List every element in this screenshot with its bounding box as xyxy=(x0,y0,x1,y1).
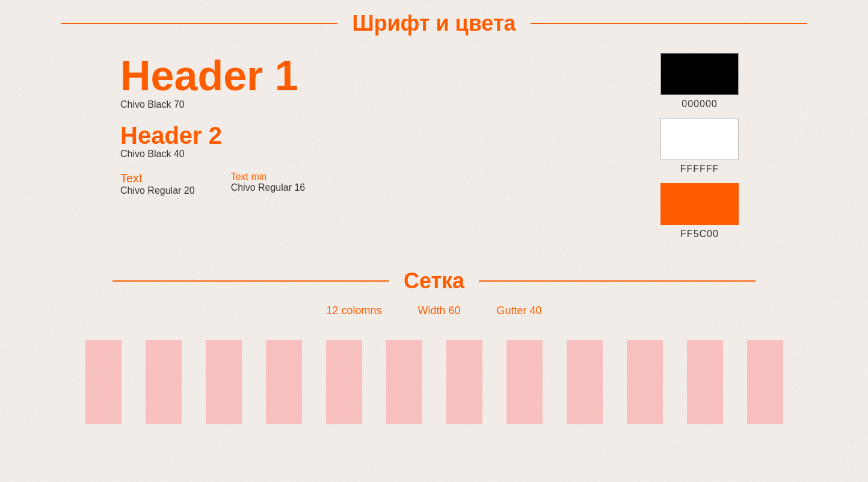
typography-column: Header 1 Chivo Black 70 Header 2 Chivo B… xyxy=(120,53,615,196)
grid-col-item xyxy=(627,340,663,424)
grid-header-line-right xyxy=(479,280,756,282)
header2-label: Chivo Black 40 xyxy=(120,149,615,159)
color-hex-white: FFFFFF xyxy=(680,164,719,175)
header2-text: Header 2 xyxy=(120,122,615,149)
grid-labels: 12 colomns Width 60 Gutter 40 xyxy=(120,304,748,317)
grid-col-item xyxy=(687,340,723,424)
grid-col-item xyxy=(386,340,422,424)
header2-block: Header 2 Chivo Black 40 xyxy=(120,122,615,159)
grid-section: 12 colomns Width 60 Gutter 40 xyxy=(0,304,868,442)
color-orange: FF5C00 xyxy=(660,183,739,239)
fonts-section-title: Шрифт и цвета xyxy=(352,11,516,36)
fonts-section-header: Шрифт и цвета xyxy=(0,0,868,47)
text-min-label: Text min xyxy=(231,171,306,182)
color-white: FFFFFF xyxy=(660,118,739,175)
color-swatch-orange xyxy=(660,183,739,225)
color-hex-orange: FF5C00 xyxy=(680,229,719,239)
grid-col-item xyxy=(85,340,122,424)
header-line-right xyxy=(531,23,807,24)
grid-col-item xyxy=(266,340,302,424)
grid-header-line-left xyxy=(112,280,389,282)
color-swatch-black xyxy=(660,53,739,95)
fonts-section: Header 1 Chivo Black 70 Header 2 Chivo B… xyxy=(0,47,868,258)
header1-block: Header 1 Chivo Black 70 xyxy=(120,53,615,110)
grid-columns-visual xyxy=(120,328,748,424)
text-min-sublabel: Chivo Regular 16 xyxy=(231,182,306,193)
grid-width-label: Width 60 xyxy=(417,304,460,317)
grid-col-item xyxy=(446,340,482,424)
header1-label: Chivo Black 70 xyxy=(120,99,615,110)
grid-col-item xyxy=(747,340,783,424)
grid-gutter-label: Gutter 40 xyxy=(497,304,542,317)
grid-col-item xyxy=(326,340,362,424)
colors-column: 000000 FFFFFF FF5C00 xyxy=(651,53,748,239)
grid-col-item xyxy=(506,340,543,424)
grid-col-item xyxy=(146,340,182,424)
grid-section-header: Сетка xyxy=(0,258,868,304)
grid-section-title: Сетка xyxy=(404,268,464,294)
grid-content: 12 colomns Width 60 Gutter 40 xyxy=(0,304,868,424)
text-row: Text Chivo Regular 20 Text min Chivo Reg… xyxy=(120,171,615,196)
header1-text: Header 1 xyxy=(120,53,615,99)
text-label: Text xyxy=(120,171,195,185)
grid-col-item xyxy=(206,340,242,424)
text-sublabel: Chivo Regular 20 xyxy=(120,185,195,196)
text-block: Text Chivo Regular 20 xyxy=(120,171,195,196)
fonts-content: Header 1 Chivo Black 70 Header 2 Chivo B… xyxy=(0,53,868,239)
color-black: 000000 xyxy=(660,53,739,110)
grid-col-item xyxy=(567,340,603,424)
color-hex-black: 000000 xyxy=(682,99,717,110)
color-swatch-white xyxy=(660,118,739,160)
text-min-block: Text min Chivo Regular 16 xyxy=(231,171,306,193)
header-line-left xyxy=(61,23,337,24)
grid-columns-label: 12 colomns xyxy=(326,304,381,317)
